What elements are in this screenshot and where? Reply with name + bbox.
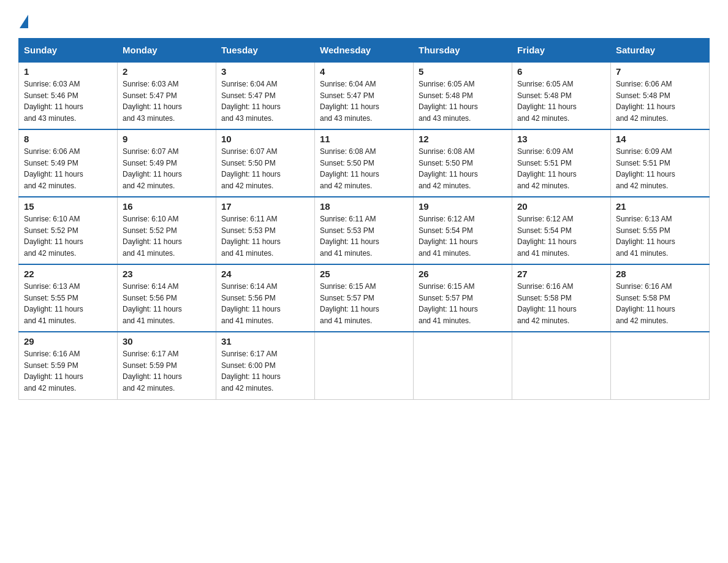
header-wednesday: Wednesday [315, 39, 414, 63]
calendar-cell: 13 Sunrise: 6:09 AMSunset: 5:51 PMDaylig… [512, 129, 611, 197]
header-sunday: Sunday [19, 39, 118, 63]
calendar-cell [512, 332, 611, 399]
calendar-cell: 18 Sunrise: 6:11 AMSunset: 5:53 PMDaylig… [315, 197, 414, 264]
day-number: 4 [320, 66, 408, 77]
day-number: 14 [616, 134, 704, 144]
calendar-cell: 17 Sunrise: 6:11 AMSunset: 5:53 PMDaylig… [216, 197, 315, 264]
calendar-cell: 8 Sunrise: 6:06 AMSunset: 5:49 PMDayligh… [19, 129, 118, 197]
calendar-cell: 28 Sunrise: 6:16 AMSunset: 5:58 PMDaylig… [611, 264, 710, 332]
calendar-cell: 7 Sunrise: 6:06 AMSunset: 5:48 PMDayligh… [611, 62, 710, 129]
day-info: Sunrise: 6:12 AMSunset: 5:54 PMDaylight:… [419, 213, 507, 259]
day-info: Sunrise: 6:03 AMSunset: 5:47 PMDaylight:… [123, 79, 211, 124]
week-row-2: 8 Sunrise: 6:06 AMSunset: 5:49 PMDayligh… [19, 129, 710, 197]
day-info: Sunrise: 6:03 AMSunset: 5:46 PMDaylight:… [24, 79, 112, 124]
calendar-cell: 31 Sunrise: 6:17 AMSunset: 6:00 PMDaylig… [216, 332, 315, 399]
day-number: 13 [517, 134, 605, 144]
day-info: Sunrise: 6:07 AMSunset: 5:49 PMDaylight:… [123, 146, 211, 191]
logo [18, 12, 28, 26]
calendar-cell: 4 Sunrise: 6:04 AMSunset: 5:47 PMDayligh… [315, 62, 414, 129]
calendar-cell: 21 Sunrise: 6:13 AMSunset: 5:55 PMDaylig… [611, 197, 710, 264]
page-header [18, 12, 710, 26]
day-info: Sunrise: 6:09 AMSunset: 5:51 PMDaylight:… [517, 146, 605, 191]
day-number: 8 [24, 134, 112, 144]
day-number: 1 [24, 66, 112, 77]
day-info: Sunrise: 6:14 AMSunset: 5:56 PMDaylight:… [123, 281, 211, 326]
day-info: Sunrise: 6:04 AMSunset: 5:47 PMDaylight:… [320, 79, 408, 124]
calendar-cell: 3 Sunrise: 6:04 AMSunset: 5:47 PMDayligh… [216, 62, 315, 129]
calendar-cell [611, 332, 710, 399]
weekday-header-row: SundayMondayTuesdayWednesdayThursdayFrid… [19, 39, 710, 63]
day-info: Sunrise: 6:12 AMSunset: 5:54 PMDaylight:… [517, 213, 605, 259]
calendar-cell: 10 Sunrise: 6:07 AMSunset: 5:50 PMDaylig… [216, 129, 315, 197]
day-info: Sunrise: 6:05 AMSunset: 5:48 PMDaylight:… [517, 79, 605, 124]
day-info: Sunrise: 6:11 AMSunset: 5:53 PMDaylight:… [221, 213, 309, 259]
calendar-cell: 15 Sunrise: 6:10 AMSunset: 5:52 PMDaylig… [19, 197, 118, 264]
day-info: Sunrise: 6:09 AMSunset: 5:51 PMDaylight:… [616, 146, 704, 191]
week-row-1: 1 Sunrise: 6:03 AMSunset: 5:46 PMDayligh… [19, 62, 710, 129]
calendar-cell: 29 Sunrise: 6:16 AMSunset: 5:59 PMDaylig… [19, 332, 118, 399]
calendar-cell: 20 Sunrise: 6:12 AMSunset: 5:54 PMDaylig… [512, 197, 611, 264]
header-saturday: Saturday [611, 39, 710, 63]
calendar-cell: 30 Sunrise: 6:17 AMSunset: 5:59 PMDaylig… [118, 332, 216, 399]
day-number: 12 [419, 134, 507, 144]
day-info: Sunrise: 6:15 AMSunset: 5:57 PMDaylight:… [320, 281, 408, 326]
calendar-cell: 9 Sunrise: 6:07 AMSunset: 5:49 PMDayligh… [118, 129, 216, 197]
day-number: 6 [517, 66, 605, 77]
header-friday: Friday [512, 39, 611, 63]
calendar-cell: 5 Sunrise: 6:05 AMSunset: 5:48 PMDayligh… [414, 62, 512, 129]
calendar-cell: 2 Sunrise: 6:03 AMSunset: 5:47 PMDayligh… [118, 62, 216, 129]
calendar-cell: 1 Sunrise: 6:03 AMSunset: 5:46 PMDayligh… [19, 62, 118, 129]
calendar-cell [414, 332, 512, 399]
header-thursday: Thursday [414, 39, 512, 63]
day-number: 2 [123, 66, 211, 77]
day-number: 21 [616, 201, 704, 212]
day-number: 20 [517, 201, 605, 212]
day-info: Sunrise: 6:13 AMSunset: 5:55 PMDaylight:… [24, 281, 112, 326]
day-info: Sunrise: 6:06 AMSunset: 5:48 PMDaylight:… [616, 79, 704, 124]
day-number: 27 [517, 269, 605, 279]
day-info: Sunrise: 6:14 AMSunset: 5:56 PMDaylight:… [221, 281, 309, 326]
day-info: Sunrise: 6:13 AMSunset: 5:55 PMDaylight:… [616, 213, 704, 259]
day-info: Sunrise: 6:08 AMSunset: 5:50 PMDaylight:… [320, 146, 408, 191]
day-number: 26 [419, 269, 507, 279]
calendar-cell: 12 Sunrise: 6:08 AMSunset: 5:50 PMDaylig… [414, 129, 512, 197]
day-info: Sunrise: 6:16 AMSunset: 5:59 PMDaylight:… [24, 348, 112, 394]
day-number: 29 [24, 336, 112, 347]
day-info: Sunrise: 6:06 AMSunset: 5:49 PMDaylight:… [24, 146, 112, 191]
day-number: 9 [123, 134, 211, 144]
header-monday: Monday [118, 39, 216, 63]
calendar-cell: 23 Sunrise: 6:14 AMSunset: 5:56 PMDaylig… [118, 264, 216, 332]
calendar-table: SundayMondayTuesdayWednesdayThursdayFrid… [18, 38, 710, 400]
day-info: Sunrise: 6:10 AMSunset: 5:52 PMDaylight:… [24, 213, 112, 259]
day-number: 23 [123, 269, 211, 279]
week-row-4: 22 Sunrise: 6:13 AMSunset: 5:55 PMDaylig… [19, 264, 710, 332]
day-number: 25 [320, 269, 408, 279]
header-tuesday: Tuesday [216, 39, 315, 63]
day-info: Sunrise: 6:17 AMSunset: 5:59 PMDaylight:… [123, 348, 211, 394]
day-number: 19 [419, 201, 507, 212]
day-number: 7 [616, 66, 704, 77]
day-number: 31 [221, 336, 309, 347]
day-number: 16 [123, 201, 211, 212]
day-number: 30 [123, 336, 211, 347]
day-number: 3 [221, 66, 309, 77]
calendar-cell: 22 Sunrise: 6:13 AMSunset: 5:55 PMDaylig… [19, 264, 118, 332]
week-row-3: 15 Sunrise: 6:10 AMSunset: 5:52 PMDaylig… [19, 197, 710, 264]
week-row-5: 29 Sunrise: 6:16 AMSunset: 5:59 PMDaylig… [19, 332, 710, 399]
calendar-cell [315, 332, 414, 399]
calendar-cell: 6 Sunrise: 6:05 AMSunset: 5:48 PMDayligh… [512, 62, 611, 129]
calendar-cell: 27 Sunrise: 6:16 AMSunset: 5:58 PMDaylig… [512, 264, 611, 332]
calendar-cell: 19 Sunrise: 6:12 AMSunset: 5:54 PMDaylig… [414, 197, 512, 264]
day-number: 11 [320, 134, 408, 144]
calendar-cell: 24 Sunrise: 6:14 AMSunset: 5:56 PMDaylig… [216, 264, 315, 332]
day-number: 5 [419, 66, 507, 77]
day-number: 17 [221, 201, 309, 212]
day-info: Sunrise: 6:10 AMSunset: 5:52 PMDaylight:… [123, 213, 211, 259]
day-number: 18 [320, 201, 408, 212]
logo-triangle-icon [20, 15, 28, 28]
day-info: Sunrise: 6:04 AMSunset: 5:47 PMDaylight:… [221, 79, 309, 124]
day-info: Sunrise: 6:16 AMSunset: 5:58 PMDaylight:… [616, 281, 704, 326]
day-info: Sunrise: 6:16 AMSunset: 5:58 PMDaylight:… [517, 281, 605, 326]
day-number: 15 [24, 201, 112, 212]
day-info: Sunrise: 6:11 AMSunset: 5:53 PMDaylight:… [320, 213, 408, 259]
